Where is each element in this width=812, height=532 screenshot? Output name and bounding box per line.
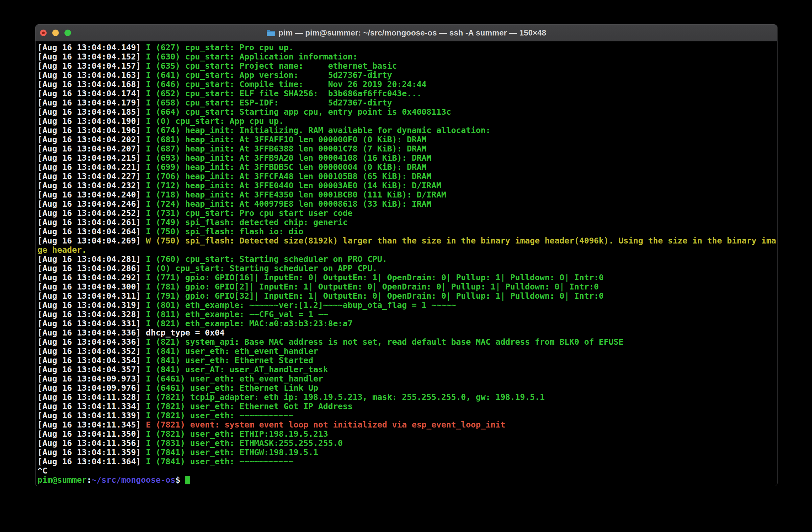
terminal-line: [Aug 16 13:04:04.168] I (646) cpu_start:… <box>38 80 777 89</box>
log-segment: dhcp_type = 0x04 <box>141 328 225 337</box>
log-timestamp: [Aug 16 13:04:04.246] <box>38 199 141 209</box>
terminal-line: pim@summer:~/src/mongoose-os$ <box>38 475 777 485</box>
log-segment: I (0) cpu_start: Starting scheduler on A… <box>141 263 377 273</box>
log-timestamp: [Aug 16 13:04:04.354] <box>38 356 141 365</box>
terminal-line: [Aug 16 13:04:04.269] W (750) spi_flash:… <box>38 236 777 245</box>
terminal-line: [Aug 16 13:04:04.354] I (841) user_eth: … <box>38 356 777 365</box>
log-segment: I (7841) user_eth: ETHGW:198.19.5.1 <box>141 448 318 457</box>
terminal-line: [Aug 16 13:04:04.286] I (0) cpu_start: S… <box>38 264 777 273</box>
traffic-light-group <box>40 25 71 41</box>
zoom-icon[interactable] <box>64 30 71 36</box>
log-segment: I (681) heap_init: At 3FFAFF10 len 00000… <box>141 135 426 144</box>
log-timestamp: [Aug 16 13:04:04.300] <box>38 282 141 291</box>
log-segment: I (635) cpu_start: Project name: etherne… <box>141 61 397 71</box>
log-timestamp: [Aug 16 13:04:11.328] <box>38 392 141 402</box>
log-timestamp: [Aug 16 13:04:09.973] <box>38 374 141 384</box>
prompt-cwd: ~/src/mongoose-os <box>92 475 175 485</box>
log-segment: I (7831) user_eth: ETHMASK:255.255.255.0 <box>141 438 343 448</box>
log-timestamp: [Aug 16 13:04:09.976] <box>38 383 141 393</box>
terminal-screen[interactable]: [Aug 16 13:04:04.149] I (627) cpu_start:… <box>35 41 777 486</box>
log-timestamp: [Aug 16 13:04:04.252] <box>38 209 141 218</box>
terminal-line: [Aug 16 13:04:04.300] I (781) gpio: GPIO… <box>38 282 777 291</box>
terminal-line: [Aug 16 13:04:04.179] I (658) cpu_start:… <box>38 98 777 107</box>
terminal-line: [Aug 16 13:04:04.281] I (760) cpu_start:… <box>38 255 777 264</box>
terminal-line: [Aug 16 13:04:04.311] I (791) gpio: GPIO… <box>38 291 777 301</box>
log-timestamp: [Aug 16 13:04:04.336] <box>38 337 141 347</box>
terminal-line: [Aug 16 13:04:11.339] I (7821) user_eth:… <box>38 411 777 420</box>
terminal-line: [Aug 16 13:04:11.350] I (7821) user_eth:… <box>38 430 777 439</box>
terminal-line: [Aug 16 13:04:04.336] I (821) system_api… <box>38 337 777 347</box>
log-timestamp: [Aug 16 13:04:04.269] <box>38 236 141 245</box>
log-timestamp: [Aug 16 13:04:04.168] <box>38 80 141 89</box>
log-segment: I (7821) tcpip_adapter: eth ip: 198.19.5… <box>141 392 545 402</box>
window-titlebar[interactable]: pim — pim@summer: ~/src/mongoose-os — ss… <box>35 25 777 41</box>
log-segment: I (630) cpu_start: Application informati… <box>141 52 358 61</box>
log-timestamp: [Aug 16 13:04:04.261] <box>38 217 141 227</box>
log-segment: I (801) eth_example: ~~~~~~ver:[1.2]~~~~… <box>141 300 456 310</box>
terminal-line: [Aug 16 13:04:11.328] I (7821) tcpip_ada… <box>38 393 777 402</box>
log-segment: I (821) eth_example: MAC:a0:a3:b3:23:8e:… <box>141 319 352 328</box>
terminal-line: [Aug 16 13:04:04.163] I (641) cpu_start:… <box>38 71 777 80</box>
log-timestamp: [Aug 16 13:04:04.196] <box>38 126 141 135</box>
log-timestamp: [Aug 16 13:04:04.286] <box>38 263 141 273</box>
log-timestamp: [Aug 16 13:04:11.356] <box>38 438 141 448</box>
terminal-line: [Aug 16 13:04:04.157] I (635) cpu_start:… <box>38 61 777 71</box>
log-timestamp: [Aug 16 13:04:04.190] <box>38 116 141 126</box>
log-timestamp: [Aug 16 13:04:04.149] <box>38 43 141 52</box>
log-segment: I (712) heap_init: At 3FFE0440 len 00003… <box>141 181 441 190</box>
log-segment: I (658) cpu_start: ESP-IDF: 5d27367-dirt… <box>141 98 392 107</box>
log-segment: I (0) cpu_start: App cpu up. <box>141 116 284 126</box>
log-timestamp: [Aug 16 13:04:04.264] <box>38 227 141 236</box>
terminal-line: [Aug 16 13:04:04.174] I (652) cpu_start:… <box>38 89 777 98</box>
terminal-line: [Aug 16 13:04:11.356] I (7831) user_eth:… <box>38 439 777 448</box>
log-timestamp: [Aug 16 13:04:04.227] <box>38 172 141 181</box>
terminal-line: [Aug 16 13:04:04.190] I (0) cpu_start: A… <box>38 117 777 126</box>
log-timestamp: [Aug 16 13:04:04.328] <box>38 310 141 319</box>
log-segment: I (811) eth_example: ~~CFG_val = 1 ~~ <box>141 310 328 319</box>
log-timestamp: [Aug 16 13:04:04.232] <box>38 181 141 190</box>
terminal-line: [Aug 16 13:04:04.328] I (811) eth_exampl… <box>38 310 777 319</box>
terminal-line: [Aug 16 13:04:04.261] I (749) spi_flash:… <box>38 218 777 227</box>
log-segment: $ <box>175 475 185 485</box>
log-timestamp: [Aug 16 13:04:04.292] <box>38 273 141 282</box>
log-timestamp: [Aug 16 13:04:11.339] <box>38 411 141 420</box>
minimize-icon[interactable] <box>52 30 59 36</box>
terminal-line: [Aug 16 13:04:04.319] I (801) eth_exampl… <box>38 301 777 310</box>
window-title-group: pim — pim@summer: ~/src/mongoose-os — ss… <box>266 28 547 38</box>
log-segment: I (652) cpu_start: ELF file SHA256: b3b6… <box>141 89 422 98</box>
terminal-line: [Aug 16 13:04:04.227] I (706) heap_init:… <box>38 172 777 181</box>
log-segment: I (674) heap_init: Initializing. RAM ava… <box>141 126 491 135</box>
log-timestamp: [Aug 16 13:04:04.336] <box>38 328 141 337</box>
log-segment: I (731) cpu_start: Pro cpu start user co… <box>141 209 352 218</box>
terminal-line: [Aug 16 13:04:04.221] I (699) heap_init:… <box>38 163 777 172</box>
log-timestamp: [Aug 16 13:04:11.350] <box>38 429 141 439</box>
log-segment: I (693) heap_init: At 3FFB9A20 len 00004… <box>141 153 432 163</box>
log-timestamp: [Aug 16 13:04:11.359] <box>38 448 141 457</box>
log-timestamp: [Aug 16 13:04:04.281] <box>38 254 141 264</box>
log-segment: I (718) heap_init: At 3FFE4350 len 0001B… <box>141 190 446 200</box>
log-timestamp: [Aug 16 13:04:04.311] <box>38 291 141 301</box>
log-segment: I (706) heap_init: At 3FFCFA48 len 00010… <box>141 172 432 181</box>
desktop-background: pim — pim@summer: ~/src/mongoose-os — ss… <box>0 0 812 532</box>
log-segment: I (750) spi_flash: flash io: dio <box>141 227 304 236</box>
terminal-line: [Aug 16 13:04:11.334] I (7821) user_eth:… <box>38 402 777 411</box>
log-segment: I (781) gpio: GPIO[2]| InputEn: 1| Outpu… <box>141 282 599 291</box>
log-segment: I (7841) user_eth: ~~~~~~~~~~~ <box>141 457 294 466</box>
log-segment: I (821) system_api: Base MAC address is … <box>141 337 624 347</box>
log-timestamp: [Aug 16 13:04:11.345] <box>38 420 141 430</box>
log-timestamp: [Aug 16 13:04:04.185] <box>38 107 141 117</box>
terminal-line: [Aug 16 13:04:11.345] E (7821) event: sy… <box>38 420 777 430</box>
terminal-line: [Aug 16 13:04:04.152] I (630) cpu_start:… <box>38 52 777 61</box>
terminal-line: ^C <box>38 466 777 475</box>
terminal-line: [Aug 16 13:04:04.264] I (750) spi_flash:… <box>38 227 777 236</box>
log-segment: I (699) heap_init: At 3FFBDB5C len 00000… <box>141 162 426 172</box>
terminal-line: [Aug 16 13:04:04.352] I (841) user_eth: … <box>38 347 777 356</box>
terminal-line: [Aug 16 13:04:04.292] I (771) gpio: GPIO… <box>38 273 777 282</box>
log-segment: I (641) cpu_start: App version: 5d27367-… <box>141 70 392 80</box>
close-icon[interactable] <box>40 30 47 36</box>
log-segment: I (6461) user_eth: eth_event_handler <box>141 374 323 384</box>
log-segment: I (646) cpu_start: Compile time: Nov 26 … <box>141 80 426 89</box>
log-timestamp: [Aug 16 13:04:04.331] <box>38 319 141 328</box>
terminal-line: [Aug 16 13:04:11.359] I (7841) user_eth:… <box>38 448 777 457</box>
log-segment: I (627) cpu_start: Pro cpu up. <box>141 43 294 52</box>
